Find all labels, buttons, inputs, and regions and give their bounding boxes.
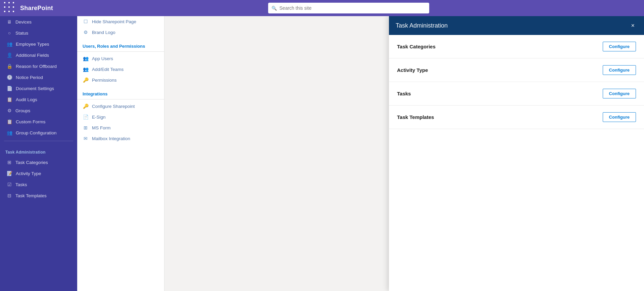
sidebar-item-custom-forms[interactable]: 📋 Custom Forms	[1, 116, 76, 127]
reason-for-offboard-icon: 🔒	[7, 64, 12, 69]
e-sign-icon: 📄	[83, 114, 89, 120]
task-admin-row-task-categories: Task Categories Configure	[389, 35, 644, 58]
menu-item-ms-form[interactable]: ⊞ MS Form	[77, 122, 164, 133]
add-edit-teams-icon: 👥	[83, 67, 89, 72]
task-admin-row-label-task-categories: Task Categories	[397, 44, 436, 49]
task-admin-row-label-activity-type: Activity Type	[397, 67, 428, 73]
configure-sharepoint-icon: 🔑	[83, 103, 89, 109]
brand-logo-icon: ⚙	[83, 30, 89, 35]
custom-forms-icon: 📋	[7, 119, 12, 124]
menu-item-label: Hide Sharepoint Page	[92, 19, 136, 24]
menu-item-hide-sharepoint[interactable]: ☐ Hide Sharepoint Page	[77, 16, 164, 27]
sidebar-item-notice-period[interactable]: 🕐 Notice Period	[1, 72, 76, 83]
menu-item-label: Mailbox Integration	[92, 136, 130, 141]
sidebar-item-document-settings[interactable]: 📄 Document Settings	[1, 83, 76, 94]
groups-icon: ⚙	[7, 108, 12, 113]
sidebar-item-label: Audit Logs	[16, 97, 37, 102]
sidebar: 🖥 Devices○ Status👥 Employee Types👤 Addit…	[0, 16, 77, 291]
sidebar-item-label: Tasks	[15, 182, 27, 187]
sidebar-item-label: Notice Period	[16, 75, 43, 80]
task-admin-title: Task Administration	[396, 22, 448, 29]
topbar: SharePoint 🔍	[0, 0, 644, 16]
task-admin-row-activity-type: Activity Type Configure	[389, 58, 644, 82]
configure-button-task-categories[interactable]: Configure	[603, 42, 636, 51]
task-admin-row-label-task-templates: Task Templates	[397, 114, 434, 120]
configure-button-activity-type[interactable]: Configure	[603, 65, 636, 75]
sidebar-item-groups[interactable]: ⚙ Groups	[1, 105, 76, 116]
group-configuration-icon: 👥	[7, 130, 12, 135]
task-admin-row-label-tasks: Tasks	[397, 91, 411, 96]
sidebar-item-audit-logs[interactable]: 📋 Audit Logs	[1, 94, 76, 105]
menu-item-label: Configure Sharepoint	[92, 104, 135, 109]
menu-integrations-section-label: Integrations	[77, 85, 164, 99]
close-button[interactable]: ×	[628, 21, 637, 31]
configure-button-task-templates[interactable]: Configure	[603, 112, 636, 122]
menu-item-label: Add/Edit Teams	[92, 67, 123, 72]
menu-item-label: App Users	[92, 56, 113, 61]
sidebar-item-reason-for-offboard[interactable]: 🔒 Reason for Offboard	[1, 61, 76, 72]
app-users-icon: 👥	[83, 56, 89, 61]
task-admin-body: Task Categories Configure Activity Type …	[389, 35, 644, 291]
sidebar-item-tasks[interactable]: ☑ Tasks	[1, 179, 76, 190]
sidebar-item-label: Devices	[15, 19, 32, 25]
task-admin-header: Task Administration ×	[389, 16, 644, 35]
app-logo: SharePoint	[20, 5, 53, 12]
sidebar-task-section-label: Task Administration	[0, 144, 77, 157]
task-admin-row-task-templates: Task Templates Configure	[389, 106, 644, 129]
menu-item-e-sign[interactable]: 📄 E-Sign	[77, 112, 164, 122]
menu-item-brand-logo[interactable]: ⚙ Brand Logo	[77, 27, 164, 38]
status-icon: ○	[7, 30, 12, 36]
menu-item-mailbox-integration[interactable]: ✉ Mailbox Integration	[77, 133, 164, 144]
sidebar-item-label: Activity Type	[16, 171, 41, 176]
additional-fields-icon: 👤	[7, 52, 12, 58]
task-categories-icon: ⊞	[7, 160, 12, 165]
menu-panel: ☐ Hide Sharepoint Page⚙ Brand LogoUsers,…	[77, 16, 164, 291]
task-templates-icon: ⊟	[7, 193, 12, 198]
sidebar-item-label: Reason for Offboard	[16, 64, 57, 69]
notice-period-icon: 🕐	[7, 75, 12, 80]
sidebar-item-label: Task Templates	[15, 193, 47, 198]
menu-item-label: MS Form	[92, 125, 111, 130]
task-admin-panel: Task Administration × Task Categories Co…	[389, 16, 644, 291]
menu-item-permissions[interactable]: 🔑 Permissions	[77, 75, 164, 85]
audit-logs-icon: 📋	[7, 97, 12, 102]
configure-button-tasks[interactable]: Configure	[603, 89, 636, 98]
sidebar-item-label: Document Settings	[16, 86, 54, 91]
sidebar-item-label: Custom Forms	[16, 119, 46, 124]
search-input[interactable]	[280, 5, 426, 11]
employee-types-icon: 👥	[7, 41, 12, 47]
sidebar-item-label: Task Categories	[15, 160, 48, 165]
sidebar-item-label: Group Configuration	[16, 130, 57, 135]
sidebar-item-label: Employee Types	[16, 42, 49, 47]
ms-form-icon: ⊞	[83, 125, 89, 130]
menu-item-configure-sharepoint[interactable]: 🔑 Configure Sharepoint	[77, 101, 164, 112]
sidebar-item-additional-fields[interactable]: 👤 Additional Fields	[1, 50, 76, 60]
sidebar-item-label: Groups	[15, 108, 30, 113]
sidebar-item-employee-types[interactable]: 👥 Employee Types	[1, 39, 76, 49]
menu-item-label: E-Sign	[92, 115, 106, 120]
devices-icon: 🖥	[7, 19, 12, 25]
search-bar[interactable]: 🔍	[268, 3, 429, 13]
app-launcher-button[interactable]	[4, 2, 16, 14]
sidebar-item-label: Status	[15, 31, 28, 36]
search-icon: 🔍	[271, 6, 277, 11]
sidebar-item-activity-type[interactable]: 📝 Activity Type	[1, 168, 76, 179]
menu-users-section-label: Users, Roles and Permissions	[77, 38, 164, 52]
permissions-icon: 🔑	[83, 77, 89, 83]
hide-sharepoint-icon: ☐	[83, 19, 89, 24]
sidebar-item-task-categories[interactable]: ⊞ Task Categories	[1, 157, 76, 168]
sidebar-item-status[interactable]: ○ Status	[1, 28, 76, 38]
task-admin-row-tasks: Tasks Configure	[389, 82, 644, 106]
document-settings-icon: 📄	[7, 86, 12, 91]
menu-item-add-edit-teams[interactable]: 👥 Add/Edit Teams	[77, 64, 164, 75]
sidebar-item-task-templates[interactable]: ⊟ Task Templates	[1, 190, 76, 201]
sidebar-item-devices[interactable]: 🖥 Devices	[1, 16, 76, 27]
menu-item-app-users[interactable]: 👥 App Users	[77, 53, 164, 64]
activity-type-icon: 📝	[7, 171, 12, 176]
sidebar-item-label: Additional Fields	[16, 53, 49, 58]
sidebar-item-group-configuration[interactable]: 👥 Group Configuration	[1, 127, 76, 138]
menu-item-label: Brand Logo	[92, 30, 115, 35]
tasks-icon: ☑	[7, 182, 12, 187]
mailbox-integration-icon: ✉	[83, 136, 89, 141]
menu-item-label: Permissions	[92, 78, 117, 83]
